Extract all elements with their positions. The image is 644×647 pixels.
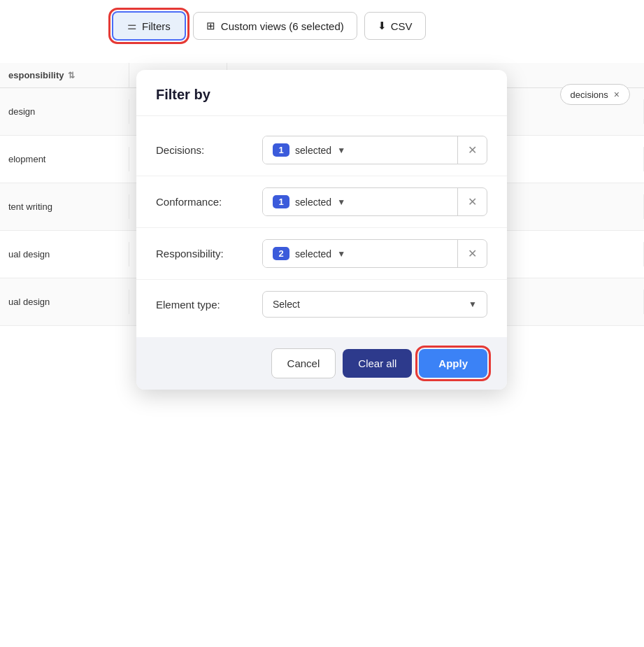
filter-row-decisions: Decisions: 1 selected ▼ ✕ [136, 125, 507, 176]
chip-close-button[interactable]: × [614, 89, 620, 100]
filter-row-responsibility: Responsibility: 2 selected ▼ ✕ [136, 228, 507, 280]
csv-button[interactable]: ⬇ CSV [364, 12, 426, 40]
element-type-chevron-icon: ▼ [468, 299, 477, 309]
download-icon: ⬇ [378, 20, 387, 32]
sort-icon: ⇅ [68, 71, 75, 80]
chip-label: decisions [571, 90, 608, 100]
clear-all-button[interactable]: Clear all [343, 349, 412, 378]
decisions-select[interactable]: 1 selected ▼ ✕ [262, 136, 487, 164]
conformance-badge: 1 [273, 195, 289, 208]
conformance-chevron-icon: ▼ [337, 197, 345, 207]
cell-responsibility: elopment [0, 147, 129, 171]
cancel-button[interactable]: Cancel [271, 348, 336, 378]
responsibility-selected-label: selected [295, 248, 331, 259]
toolbar: ⚌ Filters ⊞ Custom views (6 selected) ⬇ … [112, 11, 426, 41]
filter-panel-body: Decisions: 1 selected ▼ ✕ Conformance: 1… [136, 116, 507, 337]
decisions-clear-button[interactable]: ✕ [457, 136, 487, 164]
filter-label-element-type: Element type: [156, 299, 254, 311]
responsibility-select-value[interactable]: 2 selected ▼ [263, 240, 457, 267]
filter-label-conformance: Conformance: [156, 196, 254, 208]
cell-responsibility: design [0, 99, 129, 124]
apply-button[interactable]: Apply [419, 349, 487, 378]
responsibility-clear-button[interactable]: ✕ [457, 240, 487, 267]
table-icon: ⊞ [206, 20, 215, 32]
filter-label-decisions: Decisions: [156, 144, 254, 156]
filter-panel: Filter by Decisions: 1 selected ▼ ✕ Conf… [136, 70, 507, 390]
filter-row-element-type: Element type: Select ▼ [136, 280, 507, 329]
filter-panel-header: Filter by [136, 70, 507, 116]
conformance-clear-button[interactable]: ✕ [457, 188, 487, 215]
filter-icon: ⚌ [127, 20, 136, 32]
conformance-select[interactable]: 1 selected ▼ ✕ [262, 187, 487, 216]
cell-responsibility: ual design [0, 242, 129, 266]
custom-views-label: Custom views (6 selected) [221, 20, 344, 32]
responsibility-badge: 2 [273, 247, 289, 260]
decisions-selected-label: selected [295, 145, 331, 156]
custom-views-button[interactable]: ⊞ Custom views (6 selected) [193, 12, 357, 40]
responsibility-chevron-icon: ▼ [337, 249, 345, 259]
decisions-select-value[interactable]: 1 selected ▼ [263, 136, 457, 164]
filters-button[interactable]: ⚌ Filters [112, 11, 186, 41]
responsibility-select[interactable]: 2 selected ▼ ✕ [262, 239, 487, 268]
element-type-placeholder: Select [273, 299, 300, 310]
filter-panel-title: Filter by [156, 87, 487, 103]
filter-row-conformance: Conformance: 1 selected ▼ ✕ [136, 176, 507, 228]
cell-responsibility: tent writing [0, 194, 129, 219]
cell-responsibility: ual design [0, 290, 129, 314]
filters-button-label: Filters [142, 20, 171, 32]
element-type-select[interactable]: Select ▼ [262, 291, 487, 318]
filter-label-responsibility: Responsibility: [156, 248, 254, 259]
filter-panel-footer: Cancel Clear all Apply [136, 337, 507, 390]
decisions-chevron-icon: ▼ [337, 145, 345, 155]
active-filter-chip: decisions × [560, 84, 630, 105]
col-header-responsibility[interactable]: esponsibility ⇅ [0, 63, 129, 87]
conformance-select-value[interactable]: 1 selected ▼ [263, 188, 457, 215]
csv-label: CSV [391, 20, 413, 32]
conformance-selected-label: selected [295, 197, 331, 208]
decisions-badge: 1 [273, 143, 289, 157]
